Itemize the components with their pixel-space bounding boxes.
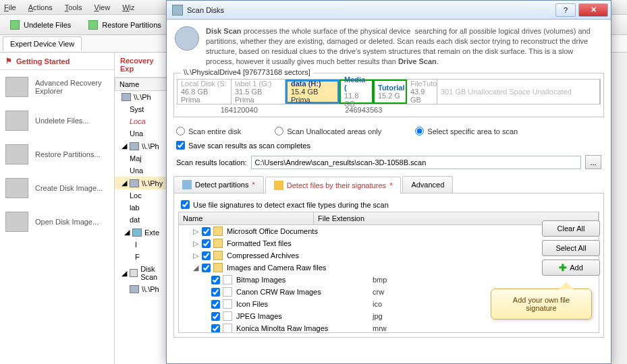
dialog-title: Scan Disks: [187, 6, 555, 14]
file-type-ext: crw: [373, 288, 384, 296]
partition-data-h[interactable]: data (H:)15.4 GB Prima: [285, 80, 339, 104]
tree-item[interactable]: Una: [115, 127, 169, 140]
advanced-recovery-item[interactable]: Advanced Recovery Explorer: [0, 70, 114, 104]
tree-item[interactable]: Loca: [115, 115, 169, 127]
file-icon: [223, 311, 232, 321]
clear-all-button[interactable]: Clear All: [542, 220, 600, 237]
save-results-checkbox[interactable]: [176, 141, 185, 150]
file-type-checkbox[interactable]: [211, 324, 220, 333]
col-name[interactable]: Name: [179, 212, 314, 224]
file-type-name: Formatted Text files: [225, 239, 360, 247]
file-type-ext: jpg: [373, 312, 383, 320]
tree-item[interactable]: Loc: [115, 189, 169, 202]
scan-results-path-input[interactable]: [251, 156, 581, 169]
expand-icon[interactable]: ▷: [192, 239, 199, 248]
menu-view[interactable]: View: [94, 3, 111, 11]
menu-tools[interactable]: Tools: [65, 3, 82, 11]
undelete-files-button[interactable]: Undelete Files: [4, 18, 77, 32]
open-disk-image-item[interactable]: Open Disk Image...: [0, 205, 114, 239]
add-signature-tooltip: Add your own file signature: [491, 289, 592, 320]
file-type-group[interactable]: ▷Compressed Archives: [179, 249, 599, 262]
file-type-item[interactable]: Konica Minolta Raw Imagesmrw: [179, 322, 599, 333]
partition-tutorial[interactable]: Tutorial15.2 G: [373, 80, 407, 104]
file-type-checkbox[interactable]: [211, 276, 220, 284]
use-signatures-checkbox[interactable]: [181, 200, 190, 209]
tree-item[interactable]: F: [115, 251, 169, 263]
restore-partitions-button[interactable]: Restore Partitions: [82, 18, 167, 32]
tree-panel: Recovery Exp Name \\.\Ph Syst Loca Una ◢…: [115, 53, 169, 364]
browse-button[interactable]: ...: [585, 155, 601, 169]
use-signatures-label: Use file signatures to detect exact file…: [193, 201, 389, 209]
partition-filetuto[interactable]: FileTuto43.9 GB: [407, 80, 437, 104]
file-type-ext: bmp: [373, 276, 387, 284]
disk-icon: [172, 5, 183, 16]
radio-specific-area[interactable]: Select specific area to scan: [415, 127, 518, 135]
file-type-group[interactable]: ▷Formatted Text files: [179, 237, 599, 249]
file-type-checkbox[interactable]: [202, 227, 211, 236]
restore-partitions-item[interactable]: Restore Partitions...: [0, 138, 114, 171]
menu-actions[interactable]: Actions: [28, 3, 53, 11]
tab-detect-signatures[interactable]: Detect files by their signatures *: [265, 177, 402, 193]
expand-icon[interactable]: ▷: [192, 251, 199, 260]
tree-item[interactable]: lab: [115, 202, 169, 214]
tree-item[interactable]: I: [115, 239, 169, 251]
file-type-checkbox[interactable]: [202, 251, 211, 260]
scan-scope-radios: Scan entire disk Scan Unallocated areas …: [173, 121, 604, 138]
tree-item[interactable]: \\.\Ph: [115, 91, 169, 103]
tree-item[interactable]: ◢\\.\Ph: [115, 140, 169, 152]
expand-icon[interactable]: ◢: [192, 264, 199, 272]
tree-item[interactable]: Syst: [115, 103, 169, 115]
monitor-icon: [5, 77, 28, 97]
file-type-ext: ico: [373, 300, 382, 308]
file-type-name: Konica Minolta Raw Images: [235, 324, 370, 332]
select-all-button[interactable]: Select All: [542, 240, 600, 256]
drive-icon: [88, 20, 98, 30]
file-type-checkbox[interactable]: [202, 239, 211, 248]
radio-unallocated[interactable]: Scan Unallocated areas only: [275, 127, 381, 135]
tab-detect-partitions[interactable]: Detect partitions *: [173, 176, 264, 193]
dialog-titlebar[interactable]: Scan Disks ? ✕: [167, 1, 611, 20]
file-type-item[interactable]: Bitmap Imagesbmp: [179, 274, 599, 286]
description: Disk Scan processes the whole surface of…: [173, 24, 604, 73]
partition-strip[interactable]: Local Disk (S:46.8 GB Prima label 1 (G:)…: [177, 79, 601, 104]
tree-item[interactable]: ◢\\.\Phy: [115, 177, 169, 189]
tree-item[interactable]: Una: [115, 164, 169, 177]
folder-disk-icon: [5, 212, 28, 232]
close-button[interactable]: ✕: [578, 3, 608, 17]
tree-item[interactable]: Maj: [115, 152, 169, 164]
file-type-checkbox[interactable]: [211, 300, 220, 309]
folder-icon: [213, 251, 223, 260]
physical-drive-group: \\.\PhysicalDrive4 [976773168 sectors] L…: [173, 73, 604, 117]
partition-local-disk-s[interactable]: Local Disk (S:46.8 GB Prima: [178, 80, 231, 104]
radio-entire-disk[interactable]: Scan entire disk: [176, 127, 241, 135]
tree-item[interactable]: \\.\Ph: [115, 283, 169, 295]
folder-icon: [213, 226, 223, 236]
file-type-name: Images and Camera Raw files: [225, 264, 360, 272]
partition-label1-g[interactable]: label 1 (G:)31.5 GB Prima: [231, 80, 285, 104]
expand-icon[interactable]: ▷: [192, 227, 199, 236]
file-type-checkbox[interactable]: [202, 264, 211, 272]
tab-expert-device-view[interactable]: Expert Device View: [3, 36, 82, 51]
add-button[interactable]: ✚Add: [542, 260, 600, 276]
tree-item[interactable]: ◢Disk Scan: [115, 263, 169, 283]
tree-item[interactable]: ◢Exte: [115, 226, 169, 239]
menu-file[interactable]: File: [4, 3, 16, 11]
file-type-group[interactable]: ◢Images and Camera Raw files: [179, 262, 599, 274]
tree-item[interactable]: dat: [115, 214, 169, 226]
menu-wiz[interactable]: Wiz: [122, 3, 134, 11]
tree-name-header[interactable]: Name: [115, 78, 169, 91]
file-type-checkbox[interactable]: [211, 288, 220, 297]
undelete-files-item[interactable]: Undelete Files...: [0, 104, 114, 138]
partition-unallocated[interactable]: 301 GB Unallocated Space Unallocated: [437, 80, 600, 104]
file-type-checkbox[interactable]: [211, 312, 220, 321]
file-icon: [223, 275, 232, 284]
getting-started-tab[interactable]: ⚑Getting Started: [0, 53, 114, 70]
create-disk-image-item[interactable]: Create Disk Image...: [0, 171, 114, 205]
scan-disks-dialog: Scan Disks ? ✕ Disk Scan processes the w…: [166, 0, 611, 364]
partition-media[interactable]: Media (11.8 GB: [339, 80, 373, 104]
tab-advanced[interactable]: Advanced: [402, 176, 453, 193]
recovery-explorer-tab[interactable]: Recovery Exp: [115, 53, 169, 78]
help-button[interactable]: ?: [555, 3, 576, 17]
file-type-group[interactable]: ▷Microsoft Office Documents: [179, 225, 599, 237]
drive-play-icon: [5, 144, 28, 164]
